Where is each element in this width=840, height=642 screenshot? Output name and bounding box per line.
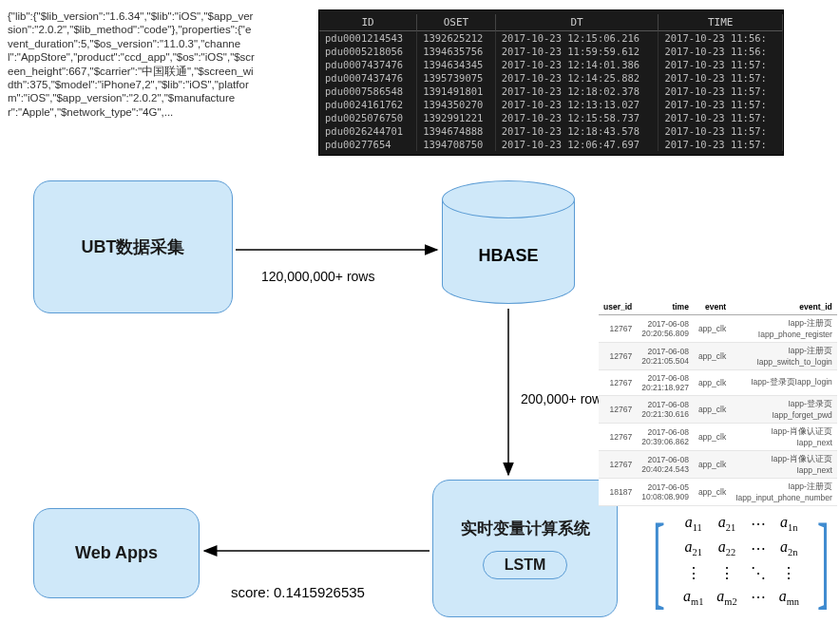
event-header: event_id [731, 299, 837, 315]
json-snippet: {"lib":{"$lib_version":"1.6.34","$lib":"… [8, 9, 255, 119]
ubt-label: UBT数据采集 [82, 236, 185, 258]
terminal-row: pdu000758654813914918012017-10-23 12:18:… [319, 85, 783, 98]
event-row: 127672017-06-0820:40:24.543app_clkIapp-肖… [599, 451, 837, 479]
terminal-header: DT [495, 14, 659, 31]
terminal-row: pdu000743747613957390752017-10-23 12:14:… [319, 71, 783, 85]
hbase-label: HBASE [478, 246, 538, 266]
terminal-row: pdu002416176213943502702017-10-23 12:13:… [319, 98, 783, 111]
realtime-label: 实时变量计算系统 [461, 518, 590, 539]
matrix-row: a21a22⋯a2n [677, 536, 806, 560]
webapps-label: Web Apps [75, 543, 158, 563]
matrix: [ a11a21⋯a1na21a22⋯a2n⋮⋮⋱⋮am1am2⋯amn ] [651, 503, 831, 617]
matrix-row: ⋮⋮⋱⋮ [677, 561, 806, 585]
event-table: user_idtimeeventevent_id 127672017-06-08… [599, 299, 837, 506]
event-row: 127672017-06-0820:21:18.927app_clkIapp-登… [599, 370, 837, 396]
terminal-row: pdu002624470113946748882017-10-23 12:18:… [319, 124, 783, 138]
lstm-badge: LSTM [483, 551, 568, 579]
terminal-header: OSET [417, 14, 496, 31]
event-row: 127672017-06-0820:20:56.809app_clkIapp-注… [599, 315, 837, 343]
event-row: 181872017-06-0510:08:08.909app_clkIapp-注… [599, 479, 837, 506]
arrow-label-rows2: 200,000+ rows [521, 391, 608, 406]
hbase-node: HBASE [442, 180, 575, 304]
event-header: event [694, 299, 731, 315]
terminal-header: ID [319, 14, 417, 31]
matrix-row: am1am2⋯amn [677, 585, 806, 610]
ubt-node: UBT数据采集 [33, 180, 233, 313]
score-label: score: 0.1415926535 [231, 584, 365, 600]
event-row: 127672017-06-0820:21:05.504app_clkIapp-注… [599, 343, 837, 370]
matrix-row: a11a21⋯a1n [677, 511, 806, 536]
arrow-label-rows1: 120,000,000+ rows [261, 269, 374, 284]
event-row: 127672017-06-0820:21:30.616app_clkIapp-登… [599, 396, 837, 424]
cylinder-top [442, 180, 575, 218]
event-header: user_id [599, 299, 637, 315]
realtime-node: 实时变量计算系统 LSTM [432, 480, 618, 617]
terminal-row: pdu002507675013929912212017-10-23 12:15:… [319, 111, 783, 124]
terminal-row: pdu000121454313926252122017-10-23 12:15:… [319, 31, 783, 46]
event-header: time [637, 299, 694, 315]
terminal-row: pdu0027765413947087502017-10-23 12:06:47… [319, 138, 783, 151]
terminal-header: TIME [659, 14, 783, 31]
terminal-row: pdu000743747613946343452017-10-23 12:14:… [319, 58, 783, 71]
terminal-row: pdu000521805613946357562017-10-23 11:59:… [319, 45, 783, 58]
terminal-table: IDOSETDTTIME pdu000121454313926252122017… [318, 9, 784, 156]
event-row: 127672017-06-0820:39:06.862app_clkIapp-肖… [599, 424, 837, 451]
webapps-node: Web Apps [33, 508, 200, 598]
